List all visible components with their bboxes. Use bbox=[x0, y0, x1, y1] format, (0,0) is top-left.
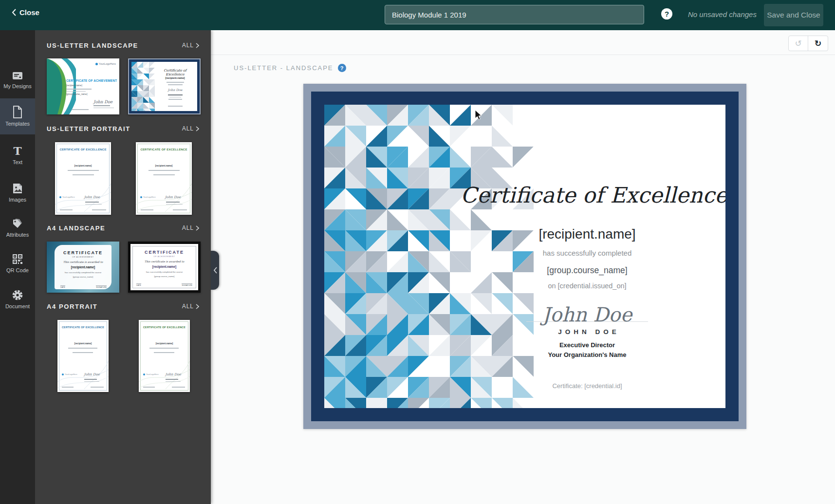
mini-recipient: [recipient.name] bbox=[55, 165, 111, 167]
rail-item-attributes[interactable]: Attributes bbox=[0, 214, 35, 241]
panel-collapse-handle[interactable] bbox=[211, 251, 219, 290]
logo-dot-icon bbox=[95, 63, 98, 65]
decorative-bar bbox=[143, 387, 155, 388]
section-title: A4 PORTRAIT bbox=[47, 303, 97, 310]
see-all-link[interactable]: ALL bbox=[182, 42, 199, 49]
section-title: US-LETTER LANDSCAPE bbox=[47, 42, 138, 49]
mini-awarded-line: This certificate is awarded to bbox=[47, 261, 119, 263]
mini-cert-title: CERTIFICATE OF EXCELLENCE bbox=[57, 326, 109, 329]
certificate-course: [group.course_name] bbox=[470, 265, 704, 276]
template-thumb-navy-geometric-landscape[interactable]: Certificate of Excellence [recipient.nam… bbox=[128, 58, 201, 114]
rail-item-templates[interactable]: Templates bbox=[0, 98, 35, 134]
mini-awarded-line: This certificate is awarded to bbox=[130, 260, 198, 263]
decorative-bar bbox=[73, 352, 93, 353]
decorative-bar bbox=[66, 89, 92, 90]
chevron-right-icon bbox=[196, 43, 199, 48]
decorative-bar bbox=[166, 202, 180, 203]
help-icon[interactable]: ? bbox=[338, 64, 346, 72]
mini-map-curves bbox=[136, 178, 192, 212]
mini-signature: John Doe bbox=[165, 195, 181, 199]
decorative-bar bbox=[168, 94, 183, 95]
template-thumb-a4-portrait-green[interactable]: CERTIFICATE OF EXCELLENCE [recipient.nam… bbox=[139, 320, 190, 392]
your-logo-here: YourLogoHere bbox=[143, 373, 159, 375]
rail-label: Text bbox=[13, 159, 22, 165]
decorative-bar bbox=[68, 170, 99, 171]
decorative-bar bbox=[93, 108, 114, 109]
mini-recipient: [recipient.name] bbox=[66, 84, 82, 87]
mini-map-curves bbox=[55, 178, 111, 212]
template-thumb-a4-black-purple[interactable]: CERTIFICATE OF ACHIEVEMENT This certific… bbox=[128, 242, 201, 293]
mini-date-label: DATE bbox=[60, 285, 65, 289]
section-title: US-LETTER PORTRAIT bbox=[47, 125, 130, 132]
decorative-bar bbox=[62, 387, 74, 388]
mini-course: [group.course_name] bbox=[47, 276, 119, 278]
template-thumb-swoosh-landscape[interactable]: YourLogoHere CERTIFICATE OF ACHIEVEMENT … bbox=[47, 58, 119, 114]
see-all-link[interactable]: ALL bbox=[182, 224, 199, 231]
mini-cert-subtitle: OF ACHIEVEMENT bbox=[47, 256, 119, 258]
rail-item-document[interactable]: Document bbox=[0, 285, 35, 313]
template-thumb-portrait-blue[interactable]: CERTIFICATE OF EXCELLENCE [recipient.nam… bbox=[55, 142, 111, 215]
mini-date-label: DATE bbox=[136, 283, 141, 287]
decorative-bar bbox=[153, 174, 175, 175]
undo-button[interactable]: ↺ bbox=[789, 36, 808, 51]
mini-recipient: [recipient.name] bbox=[139, 342, 190, 345]
mini-course: [group.course_name] bbox=[66, 93, 87, 95]
mini-cert-title: CERTIFICATE OF EXCELLENCE bbox=[55, 148, 111, 151]
chevron-right-icon bbox=[196, 304, 199, 309]
redo-button[interactable]: ↻ bbox=[808, 36, 828, 51]
help-icon[interactable]: ? bbox=[661, 8, 672, 19]
decorative-bar bbox=[66, 91, 86, 92]
rail-label: Images bbox=[9, 197, 26, 203]
decorative-bar bbox=[172, 387, 185, 388]
rail-item-text[interactable]: T Text bbox=[0, 141, 35, 168]
save-and-close-button[interactable]: Save and Close bbox=[764, 4, 823, 26]
template-thumb-portrait-green[interactable]: CERTIFICATE OF EXCELLENCE [recipient.nam… bbox=[136, 142, 192, 215]
tool-rail: My Designs Templates T Text Images Attri… bbox=[0, 30, 35, 504]
section-header-a4-portrait: A4 PORTRAIT ALL bbox=[47, 302, 199, 311]
certificate-inner: Certificate of Excellence [recipient.nam… bbox=[324, 105, 725, 408]
mini-cert-title: CERTIFICATE bbox=[130, 250, 198, 255]
rail-label: Templates bbox=[5, 121, 30, 127]
mini-cert-title: CERTIFICATE OF ACHIEVEMENT bbox=[66, 79, 117, 82]
page-size-row: US-LETTER - LANDSCAPE ? bbox=[234, 64, 346, 72]
see-all-link[interactable]: ALL bbox=[182, 303, 199, 310]
qr-code-icon bbox=[12, 253, 23, 265]
rail-item-qr-code[interactable]: QR Code bbox=[0, 249, 35, 277]
rail-item-images[interactable]: Images bbox=[0, 179, 35, 206]
signature-caps: JOHN DOE bbox=[470, 328, 704, 336]
template-thumb-a4-teal-map[interactable]: CERTIFICATE OF ACHIEVEMENT This certific… bbox=[47, 242, 119, 293]
logo-dot-icon bbox=[140, 196, 142, 198]
decorative-bar bbox=[149, 348, 179, 349]
attributes-icon bbox=[11, 218, 24, 229]
decorative-bar bbox=[84, 381, 99, 382]
mini-signature: John Doe bbox=[84, 373, 100, 376]
page-size-label: US-LETTER - LANDSCAPE bbox=[234, 64, 334, 72]
see-all-link[interactable]: ALL bbox=[182, 125, 199, 132]
mini-signature-label: SIGNATURE bbox=[96, 285, 107, 289]
undo-redo-group: ↺ ↻ bbox=[788, 36, 828, 51]
mini-cert-title: CERTIFICATE OF EXCELLENCE bbox=[136, 148, 192, 151]
rail-label: Document bbox=[5, 303, 30, 309]
decorative-bar bbox=[85, 202, 99, 203]
decorative-bar bbox=[168, 106, 183, 107]
close-button[interactable]: Close bbox=[12, 8, 39, 17]
logo-dot-icon bbox=[62, 373, 64, 375]
credential-id-line: Certificate: [credential.id] bbox=[470, 382, 704, 390]
decorative-bar bbox=[166, 381, 181, 382]
your-logo-here: YourLogoHere bbox=[140, 196, 156, 198]
unsaved-status: No unsaved changes bbox=[688, 10, 761, 19]
template-thumb-a4-portrait-blue[interactable]: CERTIFICATE OF EXCELLENCE [recipient.nam… bbox=[57, 320, 109, 392]
certificate-navy-border: Certificate of Excellence [recipient.nam… bbox=[311, 92, 739, 421]
rail-item-my-designs[interactable]: My Designs bbox=[0, 67, 35, 93]
rail-label: My Designs bbox=[3, 83, 31, 89]
mini-cert-title: CERTIFICATE OF EXCELLENCE bbox=[139, 326, 190, 329]
section-header-us-letter-landscape: US-LETTER LANDSCAPE ALL bbox=[47, 41, 199, 50]
decorative-bar bbox=[60, 209, 73, 210]
my-designs-icon bbox=[12, 71, 23, 81]
signer-role: Executive Director bbox=[470, 341, 704, 349]
decorative-bar bbox=[169, 97, 181, 98]
design-title-input[interactable] bbox=[385, 5, 644, 24]
templates-panel: US-LETTER LANDSCAPE ALL YourLogoHere CER… bbox=[35, 30, 211, 504]
certificate-preview[interactable]: Certificate of Excellence [recipient.nam… bbox=[303, 84, 746, 429]
your-logo-here: YourLogoHere bbox=[95, 62, 116, 65]
